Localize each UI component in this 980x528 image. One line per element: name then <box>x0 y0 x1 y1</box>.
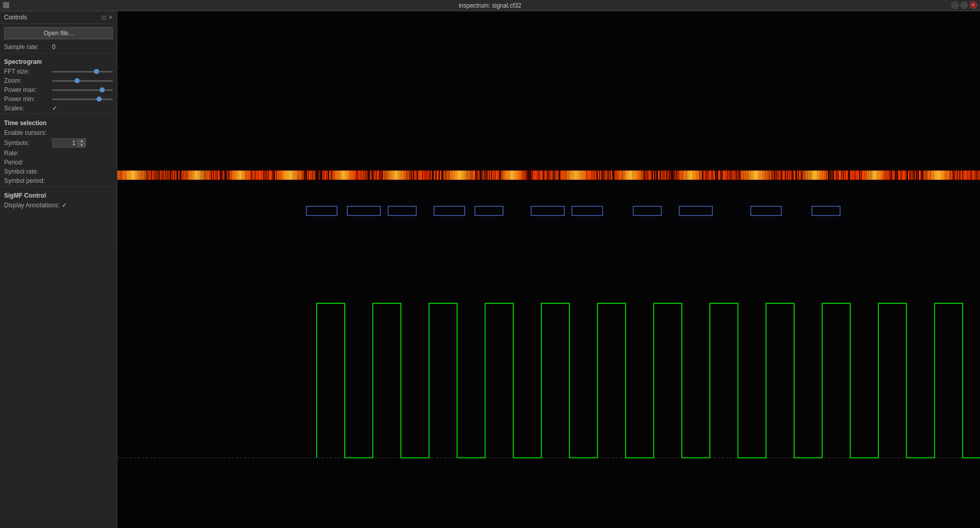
fft-size-row: FFT size: <box>0 67 117 76</box>
power-min-slider[interactable] <box>52 99 113 100</box>
symbol-rate-label: Symbol rate: <box>4 168 50 175</box>
display-annotations-row: Display Annotations: ✓ <box>0 201 117 210</box>
symbol-period-row: Symbol period: <box>0 176 117 185</box>
controls-icons: ⊡ ✕ <box>102 14 113 21</box>
minimize-button[interactable]: – <box>951 2 959 9</box>
restore-icon[interactable]: ⊡ <box>102 14 106 21</box>
sigmf-section-header: SigMF Control <box>0 188 117 201</box>
power-max-row: Power max: <box>0 85 117 94</box>
close-button[interactable]: ✕ <box>970 2 977 9</box>
fft-size-slider[interactable] <box>52 71 113 73</box>
scales-row: Scales: ✓ <box>0 104 117 113</box>
sidebar: Controls ⊡ ✕ Open file... Sample rate: 0… <box>0 11 117 528</box>
spectrogram-section-header: Spectrogram <box>0 54 117 67</box>
titlebar-controls: – □ ✕ <box>951 2 977 9</box>
controls-header: Controls ⊡ ✕ <box>0 11 117 24</box>
close-panel-icon[interactable]: ✕ <box>108 14 113 21</box>
rate-label: Rate: <box>4 150 50 157</box>
symbols-spinbox: 1 ▲ ▼ <box>52 138 86 148</box>
scales-value: ✓ <box>52 105 57 112</box>
symbols-input[interactable]: 1 <box>52 138 78 148</box>
maximize-button[interactable]: □ <box>961 2 968 9</box>
spinbox-arrows: ▲ ▼ <box>78 138 86 148</box>
enable-cursors-label: Enable cursors: <box>4 129 50 136</box>
sample-rate-row: Sample rate: 0 <box>0 42 117 52</box>
display-annotations-value: ✓ <box>62 202 67 209</box>
zoom-slider-container <box>52 77 113 84</box>
period-row: Period: <box>0 158 117 167</box>
scales-label: Scales: <box>4 105 50 112</box>
period-label: Period: <box>4 159 50 166</box>
controls-title: Controls <box>4 14 27 21</box>
time-selection-section-header: Time selection <box>0 115 117 128</box>
visualization-canvas[interactable] <box>117 11 980 528</box>
power-min-label: Power min: <box>4 95 50 103</box>
main-layout: Controls ⊡ ✕ Open file... Sample rate: 0… <box>0 11 980 528</box>
spinbox-up-arrow[interactable]: ▲ <box>78 138 86 143</box>
symbols-row: Symbols: 1 ▲ ▼ <box>0 137 117 149</box>
rate-row: Rate: <box>0 149 117 158</box>
symbol-rate-row: Symbol rate: <box>0 167 117 176</box>
power-max-slider-container <box>52 86 113 93</box>
symbol-period-label: Symbol period: <box>4 177 50 184</box>
display-annotations-label: Display Annotations: <box>4 202 60 209</box>
power-max-slider[interactable] <box>52 89 113 91</box>
power-min-slider-container <box>52 95 113 103</box>
power-max-label: Power max: <box>4 86 50 93</box>
titlebar-title: inspectrum: signal.cf32 <box>459 2 521 9</box>
zoom-slider[interactable] <box>52 80 113 82</box>
enable-cursors-row: Enable cursors: <box>0 128 117 137</box>
zoom-row: Zoom: <box>0 76 117 85</box>
app-icon <box>3 2 9 8</box>
fft-size-label: FFT size: <box>4 68 50 75</box>
symbols-label: Symbols: <box>4 139 50 147</box>
sample-rate-value: 0 <box>52 43 56 51</box>
open-file-button[interactable]: Open file... <box>4 27 113 39</box>
zoom-label: Zoom: <box>4 77 50 84</box>
sample-rate-label: Sample rate: <box>4 43 50 51</box>
visualization-panel <box>117 11 980 528</box>
power-min-row: Power min: <box>0 94 117 104</box>
titlebar: inspectrum: signal.cf32 – □ ✕ <box>0 0 980 11</box>
spinbox-down-arrow[interactable]: ▼ <box>78 143 86 148</box>
fft-size-slider-container <box>52 68 113 75</box>
